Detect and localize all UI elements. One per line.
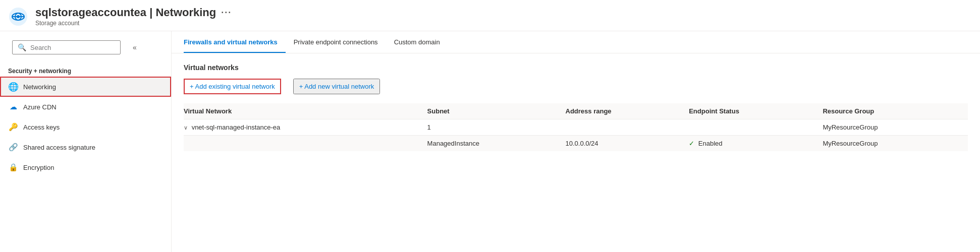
sidebar-label-encryption: Encryption bbox=[23, 164, 54, 171]
address-range-cell bbox=[566, 119, 689, 136]
sidebar-label-cdn: Azure CDN bbox=[23, 103, 57, 111]
subnet-cell: 1 bbox=[427, 119, 566, 136]
svg-point-4 bbox=[17, 15, 20, 18]
endpoint-status-cell-2: ✓ Enabled bbox=[689, 136, 823, 152]
col-header-resource-group: Resource Group bbox=[823, 103, 968, 119]
resource-subtitle: Storage account bbox=[35, 20, 232, 27]
table-header-row: Virtual Network Subnet Address range End… bbox=[184, 103, 968, 119]
resource-group-cell: MyResourceGroup bbox=[823, 119, 968, 136]
endpoint-status-cell bbox=[689, 119, 823, 136]
networking-icon: 🌐 bbox=[8, 82, 18, 92]
vnet-name: vnet-sql-managed-instance-ea bbox=[192, 123, 281, 131]
col-header-endpoint-status: Endpoint Status bbox=[689, 103, 823, 119]
content-body: Virtual networks + Add existing virtual … bbox=[172, 53, 980, 161]
chevron-down-icon[interactable]: ∨ bbox=[184, 124, 188, 131]
more-options-button[interactable]: ··· bbox=[221, 8, 232, 18]
section-title: Virtual networks bbox=[184, 64, 968, 72]
sidebar-item-access-keys[interactable]: 🔑 Access keys bbox=[0, 117, 171, 137]
page-title: sqlstorageaccountea | Networking ··· bbox=[35, 6, 232, 19]
sidebar-item-encryption[interactable]: 🔒 Encryption bbox=[0, 157, 171, 177]
sidebar-item-shared-access-signature[interactable]: 🔗 Shared access signature bbox=[0, 137, 171, 157]
table-row: ∨ vnet-sql-managed-instance-ea 1 MyResou… bbox=[184, 119, 968, 136]
search-bar[interactable]: 🔍 bbox=[12, 40, 121, 54]
add-existing-vnet-button[interactable]: + Add existing virtual network bbox=[184, 79, 281, 94]
col-header-address-range: Address range bbox=[566, 103, 689, 119]
action-row: + Add existing virtual network + Add new… bbox=[184, 79, 968, 94]
resource-icon bbox=[8, 7, 28, 27]
encryption-icon: 🔒 bbox=[8, 162, 18, 172]
sidebar: 🔍 « Security + networking 🌐 Networking ☁… bbox=[0, 31, 172, 252]
vnet-name-cell: ∨ vnet-sql-managed-instance-ea bbox=[184, 119, 427, 136]
header-title-block: sqlstorageaccountea | Networking ··· Sto… bbox=[35, 6, 232, 27]
page-header: sqlstorageaccountea | Networking ··· Sto… bbox=[0, 0, 980, 31]
add-new-vnet-button[interactable]: + Add new virtual network bbox=[293, 79, 380, 94]
tabs-bar: Firewalls and virtual networks Private e… bbox=[172, 31, 980, 53]
cdn-icon: ☁ bbox=[8, 102, 18, 112]
sidebar-item-azure-cdn[interactable]: ☁ Azure CDN bbox=[0, 97, 171, 117]
check-icon: ✓ bbox=[689, 140, 694, 147]
col-header-virtual-network: Virtual Network bbox=[184, 103, 427, 119]
search-row: 🔍 « bbox=[0, 31, 171, 64]
search-icon: 🔍 bbox=[18, 43, 26, 51]
sidebar-section-label: Security + networking bbox=[0, 64, 171, 77]
vnet-table: Virtual Network Subnet Address range End… bbox=[184, 103, 968, 151]
collapse-button[interactable]: « bbox=[133, 43, 137, 51]
main-layout: 🔍 « Security + networking 🌐 Networking ☁… bbox=[0, 31, 980, 252]
col-header-subnet: Subnet bbox=[427, 103, 566, 119]
tab-firewalls[interactable]: Firewalls and virtual networks bbox=[184, 31, 286, 53]
vnet-name-cell-2 bbox=[184, 136, 427, 152]
title-text: sqlstorageaccountea | Networking bbox=[35, 6, 216, 19]
content-area: Firewalls and virtual networks Private e… bbox=[172, 31, 980, 252]
resource-group-cell-2: MyResourceGroup bbox=[823, 136, 968, 152]
sidebar-label-networking: Networking bbox=[23, 83, 56, 91]
sidebar-item-networking[interactable]: 🌐 Networking bbox=[0, 77, 171, 97]
tab-custom-domain[interactable]: Custom domain bbox=[394, 31, 448, 53]
sas-icon: 🔗 bbox=[8, 142, 18, 152]
sidebar-label-sas: Shared access signature bbox=[23, 144, 95, 151]
table-row: ManagedInstance 10.0.0.0/24 ✓ Enabled My… bbox=[184, 136, 968, 152]
search-input[interactable] bbox=[30, 44, 115, 51]
sidebar-label-access-keys: Access keys bbox=[23, 123, 60, 131]
keys-icon: 🔑 bbox=[8, 122, 18, 132]
endpoint-status-label: Enabled bbox=[698, 140, 723, 147]
tab-private-endpoints[interactable]: Private endpoint connections bbox=[294, 31, 386, 53]
subnet-cell-2: ManagedInstance bbox=[427, 136, 566, 152]
address-range-cell-2: 10.0.0.0/24 bbox=[566, 136, 689, 152]
